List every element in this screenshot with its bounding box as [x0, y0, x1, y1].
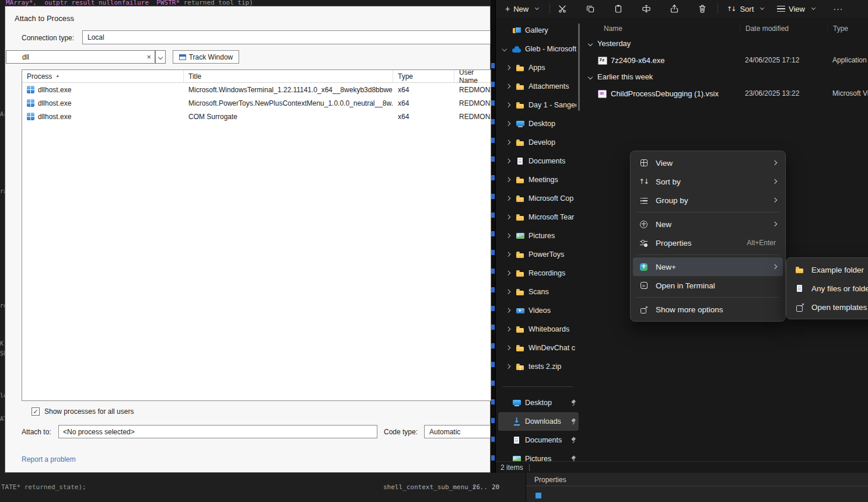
process-row[interactable]: dllhost.exeMicrosoft.PowerToys.NewPlusCo… [22, 96, 491, 110]
sidebar-tree-day-1-sangee[interactable]: Day 1 - Sangee [498, 96, 579, 114]
menu-item-example-folder[interactable]: Example folder [789, 260, 868, 279]
menu-item-show-more-options[interactable]: Show more options [633, 300, 783, 319]
chevron-right-icon[interactable] [506, 364, 510, 369]
menu-item-new-plus[interactable]: New+ [633, 257, 783, 276]
chevron-slot [504, 85, 512, 88]
chevron-down-icon[interactable] [588, 41, 593, 46]
sidebar-item-label: tests 2.zip [528, 362, 576, 371]
sidebar-tree-powertoys[interactable]: PowerToys [498, 245, 579, 264]
chevron-right-icon[interactable] [506, 215, 510, 219]
gallery-icon [512, 26, 522, 36]
sidebar-tree-microsoft-tear[interactable]: Microsoft Tear [498, 208, 579, 226]
copy-button[interactable] [581, 2, 600, 16]
folder-icon [515, 287, 525, 297]
sidebar-pinned-downloads[interactable]: Downloads [498, 412, 579, 431]
column-name[interactable]: Name [583, 25, 740, 33]
sidebar-tree-scans[interactable]: Scans [498, 283, 579, 301]
cut-icon [558, 4, 567, 13]
chevron-right-icon[interactable] [506, 327, 510, 332]
sort-button[interactable]: ↑↓ Sort [722, 2, 768, 16]
code-type-select[interactable]: Automatic [424, 425, 491, 438]
filter-dropdown-button[interactable] [155, 50, 166, 64]
chevron-down-icon[interactable] [588, 74, 593, 79]
chevron-right-icon[interactable] [506, 252, 510, 257]
chevron-right-icon[interactable] [506, 177, 510, 182]
show-all-users-checkbox[interactable]: ✓ [32, 407, 40, 416]
bottom-file-label: shell_context_sub_menu_i... [383, 483, 488, 491]
menu-item-open-templates[interactable]: Open templates [789, 298, 868, 316]
sidebar-pinned-pictures[interactable]: Pictures [498, 449, 579, 461]
connection-type-select[interactable]: Local [82, 30, 491, 44]
new-button[interactable]: + New [501, 2, 543, 16]
file-row-7z2409-x64-exe[interactable]: 7z2409-x64.exe24/06/2025 17:12Applicatio… [583, 52, 868, 68]
chevron-right-icon[interactable] [506, 121, 510, 126]
chevron-right-icon[interactable] [506, 346, 510, 350]
menu-item-any-files-or-folde[interactable]: Any files or folde [789, 279, 868, 298]
chevron-down-icon[interactable] [502, 47, 507, 51]
attach-to-input[interactable]: <No process selected> [58, 425, 377, 438]
sidebar-tree-windevchat-c[interactable]: WinDevChat c [498, 339, 579, 357]
track-window-button[interactable]: Track Window [173, 50, 239, 64]
menu-item-sort-by[interactable]: Sort by [633, 172, 783, 191]
sidebar-item-label: Pictures [525, 455, 567, 461]
sidebar-tree-desktop[interactable]: Desktop [498, 114, 579, 133]
column-header-type[interactable]: Type [393, 70, 454, 82]
file-row-childprocessdebugging-1-vsix[interactable]: ChildProcessDebugging (1).vsix23/06/2025… [583, 85, 868, 102]
process-row[interactable]: dllhost.exeCOM Surrogatex64REDMOND [22, 110, 491, 123]
delete-button[interactable] [693, 2, 712, 16]
chevron-slot [504, 197, 512, 200]
chevron-right-icon[interactable] [506, 84, 510, 89]
newplus-icon [639, 262, 649, 272]
column-header-process[interactable]: Process ▲ [22, 70, 184, 82]
sidebar-tree-documents[interactable]: Documents [498, 152, 579, 170]
sidebar-tree-pictures[interactable]: Pictures [498, 226, 579, 245]
column-header-username[interactable]: User Name [454, 70, 491, 82]
rename-button[interactable] [637, 2, 656, 16]
column-type[interactable]: Type [827, 25, 868, 33]
group-header-earlier-this-week[interactable]: Earlier this week [583, 68, 868, 85]
properties-panel-divider [526, 486, 868, 486]
menu-item-new[interactable]: New [633, 215, 783, 233]
sidebar-tree-videos[interactable]: Videos [498, 301, 579, 320]
column-header-title[interactable]: Title [184, 70, 393, 82]
sidebar-scrollbar[interactable] [578, 23, 580, 111]
sidebar-tree-tests-2-zip[interactable]: tests 2.zip [498, 357, 579, 376]
chevron-right-icon[interactable] [506, 65, 510, 70]
sidebar-pinned-desktop[interactable]: Desktop [498, 393, 579, 412]
column-date-modified[interactable]: Date modified [740, 25, 827, 33]
process-row[interactable]: dllhost.exeMicrosoft.WindowsTerminal_1.2… [22, 83, 491, 96]
sidebar-item-label: Microsoft Cop [528, 194, 576, 203]
paste-button[interactable] [609, 2, 628, 16]
chevron-right-icon[interactable] [506, 290, 510, 294]
menu-item-properties[interactable]: PropertiesAlt+Enter [633, 233, 783, 252]
view-button[interactable]: View [772, 2, 820, 16]
sidebar-tree-develop[interactable]: Develop [498, 133, 579, 152]
cut-button[interactable] [553, 2, 572, 16]
report-problem-link[interactable]: Report a problem [22, 455, 76, 463]
menu-item-open-in-terminal[interactable]: Open in Terminal [633, 276, 783, 295]
chevron-right-icon[interactable] [506, 140, 510, 145]
chevron-right-icon[interactable] [506, 103, 510, 107]
chevron-right-icon[interactable] [506, 271, 510, 276]
sidebar-tree-whiteboards[interactable]: Whiteboards [498, 320, 579, 339]
sidebar-tree-apps[interactable]: Apps [498, 58, 579, 77]
group-header-yesterday[interactable]: Yesterday [583, 35, 868, 52]
menu-item-group-by[interactable]: Group by [633, 191, 783, 210]
sidebar-tree-gallery[interactable]: Gallery [498, 21, 579, 40]
chevron-right-icon[interactable] [506, 308, 510, 313]
menu-item-view[interactable]: View [633, 154, 783, 172]
process-filter-input[interactable]: dll × [6, 50, 155, 64]
sidebar-tree-recordings[interactable]: Recordings [498, 264, 579, 283]
chevron-right-icon[interactable] [506, 233, 510, 238]
sidebar-pinned-documents[interactable]: Documents [498, 431, 579, 449]
clear-filter-icon[interactable]: × [146, 53, 151, 61]
chevron-right-icon[interactable] [506, 196, 510, 201]
share-button[interactable] [665, 2, 684, 16]
sidebar-tree-meetings[interactable]: Meetings [498, 170, 579, 189]
sidebar-tree-gleb-microsoft[interactable]: Gleb - Microsoft [498, 40, 579, 58]
sidebar-tree-microsoft-cop[interactable]: Microsoft Cop [498, 189, 579, 208]
chevron-right-icon[interactable] [506, 159, 510, 163]
sidebar-tree-attachments[interactable]: Attachments [498, 77, 579, 96]
see-more-button[interactable]: ··· [830, 2, 847, 16]
sidebar-pinned-section: DesktopDownloadsDocumentsPictures [496, 393, 581, 461]
